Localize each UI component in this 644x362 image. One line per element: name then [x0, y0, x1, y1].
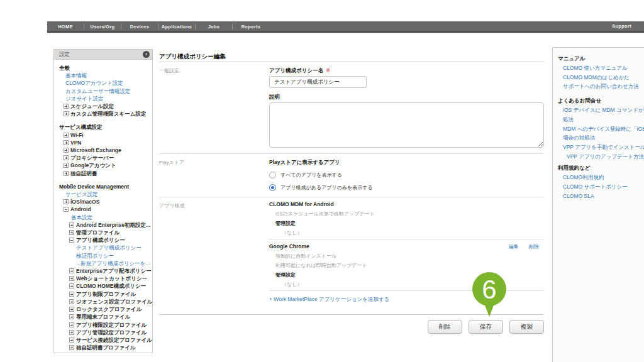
- sidebar-item-clomo-account[interactable]: CLOMOアカウント設定: [65, 80, 123, 86]
- nav-support[interactable]: Support: [612, 21, 631, 31]
- manual-link[interactable]: サポートへのお問い合わせ方法: [558, 82, 644, 91]
- expand-icon[interactable]: [69, 292, 74, 297]
- expand-icon[interactable]: [69, 337, 74, 343]
- sidebar-item-verification-policy[interactable]: 検証用ポリシー: [76, 253, 114, 259]
- sidebar-item-service-settings[interactable]: サービス設定: [65, 191, 98, 197]
- sidebar-item-wifi[interactable]: Wi-Fi: [54, 131, 152, 139]
- policy-name-input[interactable]: [269, 76, 367, 88]
- expand-icon[interactable]: [64, 171, 69, 176]
- expand-icon[interactable]: [64, 148, 69, 153]
- terms-link[interactable]: CLOMO SLA: [558, 192, 644, 201]
- terms-link[interactable]: CLOMO利用規約: [558, 173, 644, 182]
- faq-link-continuation[interactable]: 処法: [558, 115, 644, 124]
- nav-home[interactable]: HOME: [47, 24, 84, 30]
- sidebar-item-app-config-policy[interactable]: アプリ構成ポリシー: [54, 236, 152, 244]
- required-mark: ※: [326, 68, 330, 74]
- expand-icon[interactable]: [64, 104, 69, 109]
- sidebar-item-clomo-home-config[interactable]: CLOMO HOME構成ポリシー: [54, 282, 152, 290]
- expand-icon[interactable]: [64, 111, 69, 116]
- terms-link[interactable]: CLOMO サポートポリシー: [558, 182, 644, 192]
- expand-icon[interactable]: [69, 307, 74, 312]
- expand-icon[interactable]: [69, 345, 74, 350]
- add-work-marketplace-app-link[interactable]: + Work MarketPlace アプリケーションを追加する: [269, 296, 389, 302]
- sidebar-item-basic-info[interactable]: 基本情報: [65, 72, 87, 79]
- manual-link[interactable]: CLOMO 使い方マニュアル: [558, 63, 644, 73]
- expand-icon[interactable]: [64, 163, 69, 168]
- sidebar-item-android[interactable]: Android: [54, 206, 152, 213]
- delete-button[interactable]: 削除: [428, 320, 462, 334]
- faq-link-continuation[interactable]: VPP アプリのアップデート方法: [558, 152, 644, 162]
- sidebar-item-new-app-config-policy[interactable]: ...新規アプリ構成ポリシーを...: [76, 260, 150, 266]
- collapse-icon[interactable]: [64, 207, 69, 212]
- faq-link[interactable]: iOS デバイスに MDM コマンドが届: [558, 106, 644, 115]
- sidebar-item-app-restriction[interactable]: アプリ制限プロファイル: [54, 290, 152, 298]
- expand-icon[interactable]: [69, 230, 74, 235]
- expand-icon[interactable]: [69, 268, 74, 273]
- expand-icon[interactable]: [64, 199, 69, 204]
- section-appconfig-label: アプリ構成: [159, 197, 269, 314]
- duplicate-button[interactable]: 複製: [509, 320, 544, 334]
- settings-sidebar: 設定 ‹ 全般 基本情報 CLOMOアカウント設定 カスタムユーザー情報設定 ジ…: [53, 49, 153, 353]
- expand-icon[interactable]: [69, 276, 74, 281]
- nav-users-org[interactable]: Users/Org: [84, 24, 121, 30]
- sidebar-item-vpn[interactable]: VPN: [54, 139, 152, 146]
- expand-icon[interactable]: [69, 322, 74, 327]
- sidebar-item-custom-user[interactable]: カスタムユーザー情報設定: [65, 88, 130, 94]
- manual-link[interactable]: CLOMO MDMのはじめかた: [558, 73, 644, 82]
- section-general: 一般設定 アプリ構成ポリシー名※ 説明: [159, 62, 544, 154]
- sidebar-item-custom-cert-profile[interactable]: 独自証明書プロファイル: [54, 344, 152, 351]
- sidebar-item-custom-cert[interactable]: 独自証明書: [54, 170, 152, 177]
- radio-show-all-apps-label: すべてのアプリを表示する: [280, 172, 342, 178]
- sidebar-item-geofence[interactable]: ジオフェンス設定プロファイル: [54, 298, 152, 305]
- expand-icon[interactable]: [69, 330, 74, 335]
- collapse-sidebar-icon[interactable]: ‹: [143, 51, 150, 58]
- expand-icon[interactable]: [64, 133, 69, 138]
- sidebar-item-enterprise-app-dist[interactable]: Enterpriseアプリ配布ポリシー: [54, 267, 152, 275]
- nav-jobs[interactable]: Jobs: [196, 24, 232, 30]
- save-button[interactable]: 保存: [469, 320, 503, 334]
- sidebar-item-web-shortcut[interactable]: Webショートカットポリシー: [54, 275, 152, 282]
- edit-app-link[interactable]: 編集: [509, 244, 519, 250]
- sidebar-item-proxy[interactable]: プロキシサーバー: [54, 154, 152, 162]
- faq-link[interactable]: VPP アプリを手動でインストールす: [558, 143, 644, 152]
- description-textarea[interactable]: [269, 102, 544, 148]
- nav-reports[interactable]: Reports: [233, 24, 269, 30]
- faq-link[interactable]: MDM へのデバイス登録時に「iOS D: [558, 124, 644, 134]
- sidebar-item-custom-admin-scheme[interactable]: カスタム管理権限スキーム設定: [54, 110, 152, 118]
- sidebar-item-schedule[interactable]: スケジュール設定: [54, 102, 152, 110]
- collapse-icon[interactable]: [69, 238, 74, 243]
- sidebar-item-test-app-config-policy[interactable]: テストアプリ構成ポリシー: [76, 244, 142, 251]
- managed-config-label: 管理設定: [275, 272, 544, 278]
- sidebar-tree: 全般 基本情報 CLOMOアカウント設定 カスタムユーザー情報設定 ジオサイト設…: [53, 60, 153, 353]
- sidebar-item-ios-macos[interactable]: iOS/macOS: [54, 198, 152, 206]
- sidebar-item-lock-task[interactable]: ロックタスクプロファイル: [54, 305, 152, 313]
- expand-icon[interactable]: [69, 222, 74, 228]
- nav-applications[interactable]: Applications: [158, 24, 195, 30]
- sidebar-item-managed-profile[interactable]: 管理プロファイル: [54, 229, 152, 236]
- sidebar-item-dedicated-device[interactable]: 専用端末プロファイル: [54, 313, 152, 321]
- sidebar-item-android-basic[interactable]: 基本設定: [71, 214, 92, 221]
- radio-show-all-apps[interactable]: [269, 172, 276, 178]
- expand-icon[interactable]: [69, 299, 74, 304]
- step-6-marker: 6: [472, 272, 506, 306]
- sidebar-item-google-account[interactable]: Googleアカウント: [54, 162, 152, 169]
- nav-devices[interactable]: Devices: [121, 24, 158, 30]
- radio-show-configured-apps[interactable]: [269, 184, 276, 191]
- expand-icon[interactable]: [69, 283, 74, 288]
- section-general-label: 一般設定: [159, 62, 269, 153]
- expand-icon[interactable]: [64, 140, 69, 145]
- sidebar-item-service-connection[interactable]: サービス接続設定プロファイル: [54, 336, 152, 344]
- faq-section-title: よくあるお問合せ: [558, 96, 644, 106]
- sidebar-group-general: 全般: [54, 64, 152, 72]
- sidebar-item-app-management[interactable]: アプリ管理設定プロファイル: [54, 329, 152, 336]
- faq-link-continuation[interactable]: 場合の対処法: [558, 133, 644, 143]
- page-title: アプリ構成ポリシー編集: [159, 49, 544, 62]
- delete-app-link[interactable]: 削除: [529, 244, 539, 250]
- expand-icon[interactable]: [69, 314, 74, 319]
- sidebar-item-geosite[interactable]: ジオサイト設定: [65, 96, 104, 102]
- sidebar-item-ms-exchange[interactable]: Microsoft Exchange: [54, 146, 152, 154]
- policy-name-label: アプリ構成ポリシー名: [269, 67, 323, 74]
- sidebar-item-app-permission[interactable]: アプリ権限設定プロファイル: [54, 321, 152, 329]
- expand-icon[interactable]: [64, 155, 69, 160]
- sidebar-item-android-enterprise-init[interactable]: Android Enterprise初期設定...: [54, 221, 152, 229]
